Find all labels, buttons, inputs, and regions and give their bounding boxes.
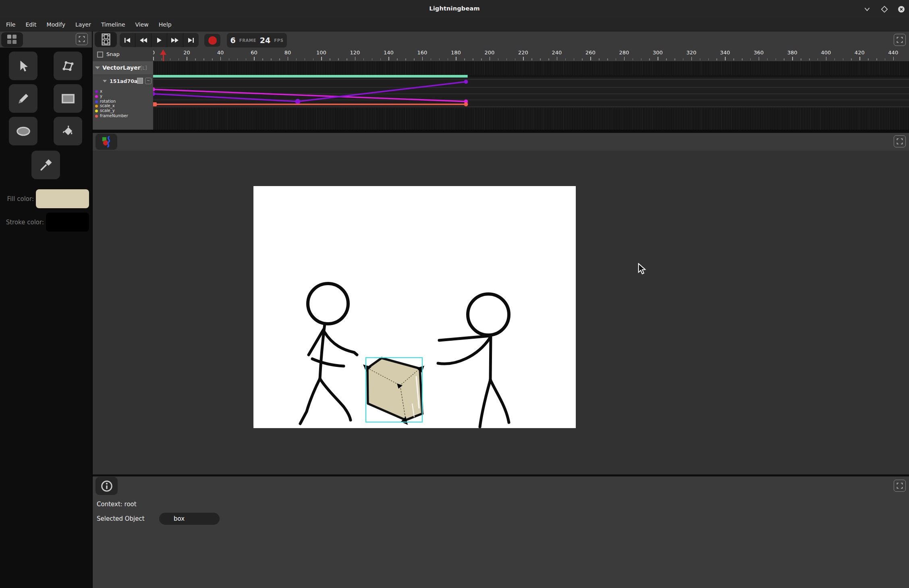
timeline-ruler[interactable]: 0204060801001201401601802002202402602803… bbox=[153, 48, 909, 61]
stage-drawing bbox=[253, 186, 576, 428]
ruler-tick bbox=[818, 58, 818, 60]
record-icon bbox=[208, 36, 217, 45]
rewind-button[interactable] bbox=[135, 33, 151, 47]
tools-panel: Fill color: Stroke color: bbox=[0, 31, 93, 588]
keyframe-y[interactable] bbox=[153, 87, 155, 91]
property-y[interactable]: y bbox=[93, 94, 153, 99]
fill-color-swatch[interactable] bbox=[36, 189, 89, 208]
paint-bucket-tool-button[interactable] bbox=[54, 117, 82, 145]
ruler-tick bbox=[574, 58, 575, 60]
ruler-tick bbox=[826, 57, 827, 60]
selected-object-dropdown[interactable]: box bbox=[159, 513, 220, 525]
close-icon[interactable] bbox=[898, 6, 905, 13]
timeline-expand-button[interactable] bbox=[894, 34, 906, 46]
ruler-label: 440 bbox=[885, 50, 901, 56]
ruler-tick bbox=[649, 58, 650, 60]
clip-extent-bar[interactable] bbox=[153, 75, 468, 78]
ruler-label: 80 bbox=[280, 50, 296, 56]
ruler-tick bbox=[397, 58, 398, 60]
timeline-header: 6 FRAME 24 FPS bbox=[93, 31, 909, 48]
play-button[interactable] bbox=[152, 33, 167, 47]
ruler-label: 220 bbox=[515, 50, 531, 56]
ruler-tick bbox=[851, 58, 852, 60]
ruler-tick bbox=[288, 57, 288, 60]
info-icon bbox=[101, 480, 113, 492]
record-button[interactable] bbox=[204, 34, 220, 47]
timeline-frames-area[interactable] bbox=[153, 61, 909, 130]
ellipse-icon bbox=[16, 126, 31, 137]
select-tool-button[interactable] bbox=[9, 52, 37, 80]
keyframe-frameNumber[interactable] bbox=[464, 102, 468, 106]
play-icon bbox=[156, 37, 162, 43]
canvas-panel-button[interactable] bbox=[95, 134, 117, 150]
menu-timeline[interactable]: Timeline bbox=[100, 21, 127, 29]
ruler-tick bbox=[246, 58, 247, 60]
ruler-tick bbox=[431, 58, 432, 60]
skip-to-start-button[interactable] bbox=[120, 33, 135, 47]
ruler-tick bbox=[162, 58, 162, 60]
ruler-label: 20 bbox=[178, 50, 195, 56]
stroke-color-swatch[interactable] bbox=[46, 213, 89, 232]
transform-tool-button[interactable] bbox=[54, 52, 82, 80]
ruler-tick bbox=[305, 58, 305, 60]
keyframe-x[interactable] bbox=[464, 80, 468, 84]
ruler-tick bbox=[616, 58, 616, 60]
menu-layer[interactable]: Layer bbox=[74, 21, 92, 29]
keyframe-x[interactable] bbox=[153, 92, 155, 96]
skip-to-end-button[interactable] bbox=[183, 33, 199, 47]
menu-edit[interactable]: Edit bbox=[24, 21, 37, 29]
layer-row-vectorlayer[interactable]: VectorLayer[L] bbox=[93, 61, 153, 75]
ruler-tick bbox=[405, 58, 406, 60]
property-scale_y[interactable]: scale_y bbox=[93, 109, 153, 114]
canvas-expand-button[interactable] bbox=[894, 135, 906, 147]
clip-swatch-button[interactable] bbox=[137, 78, 143, 84]
property-color-dot bbox=[95, 110, 98, 112]
selected-object-label: Selected Object bbox=[97, 515, 145, 522]
inspector-panel: Context: root Selected Object box bbox=[93, 476, 909, 588]
clip-row[interactable]: 151ad70a... ~ bbox=[93, 75, 153, 87]
fast-forward-button[interactable] bbox=[167, 33, 183, 47]
timeline-layers-column: VectorLayer[L] 151ad70a... ~ xyrotations… bbox=[93, 61, 153, 130]
ruler-tick bbox=[624, 57, 625, 60]
ruler-tick bbox=[691, 57, 692, 60]
ruler-tick bbox=[590, 57, 591, 60]
tools-expand-button[interactable] bbox=[76, 33, 88, 45]
snap-checkbox[interactable] bbox=[97, 52, 103, 58]
keyframe-frameNumber[interactable] bbox=[153, 102, 157, 106]
ellipse-tool-button[interactable] bbox=[9, 117, 37, 145]
inspector-expand-button[interactable] bbox=[894, 480, 906, 492]
ruler-label: 100 bbox=[313, 50, 329, 56]
keyframe-x[interactable] bbox=[295, 99, 301, 104]
stage[interactable] bbox=[253, 186, 576, 428]
ruler-tick bbox=[203, 58, 204, 60]
ruler-tick bbox=[876, 58, 877, 60]
clip-curve-toggle-button[interactable]: ~ bbox=[145, 78, 152, 84]
ruler-tick bbox=[439, 58, 440, 60]
menu-file[interactable]: File bbox=[5, 21, 17, 29]
pencil-icon bbox=[17, 92, 30, 105]
collapse-triangle-icon[interactable] bbox=[103, 80, 107, 83]
maximize-icon[interactable] bbox=[881, 6, 888, 13]
ruler-tick bbox=[801, 58, 801, 60]
menu-modify[interactable]: Modify bbox=[46, 21, 66, 29]
rectangle-tool-button[interactable] bbox=[54, 84, 82, 113]
ruler-label: 160 bbox=[414, 50, 430, 56]
property-frameNumber[interactable]: frameNumber bbox=[93, 114, 153, 119]
ruler-tick bbox=[313, 58, 314, 60]
expand-icon bbox=[79, 36, 85, 42]
menu-view[interactable]: View bbox=[134, 21, 150, 29]
panel-grid-button[interactable] bbox=[1, 32, 23, 47]
ruler-tick bbox=[372, 58, 373, 60]
minimize-icon[interactable] bbox=[863, 6, 871, 13]
timeline-panel-button[interactable] bbox=[95, 32, 117, 47]
menubar: FileEditModifyLayerTimelineViewHelp bbox=[0, 18, 909, 31]
menu-help[interactable]: Help bbox=[158, 21, 173, 29]
paint-bucket-icon bbox=[62, 125, 75, 138]
fast-forward-icon bbox=[171, 37, 179, 43]
ruler-tick bbox=[893, 57, 894, 60]
info-panel-button[interactable] bbox=[95, 477, 118, 495]
ruler-tick bbox=[809, 58, 810, 60]
pencil-tool-button[interactable] bbox=[9, 84, 37, 113]
collapse-triangle-icon[interactable] bbox=[95, 66, 100, 69]
eyedropper-tool-button[interactable] bbox=[31, 151, 60, 179]
